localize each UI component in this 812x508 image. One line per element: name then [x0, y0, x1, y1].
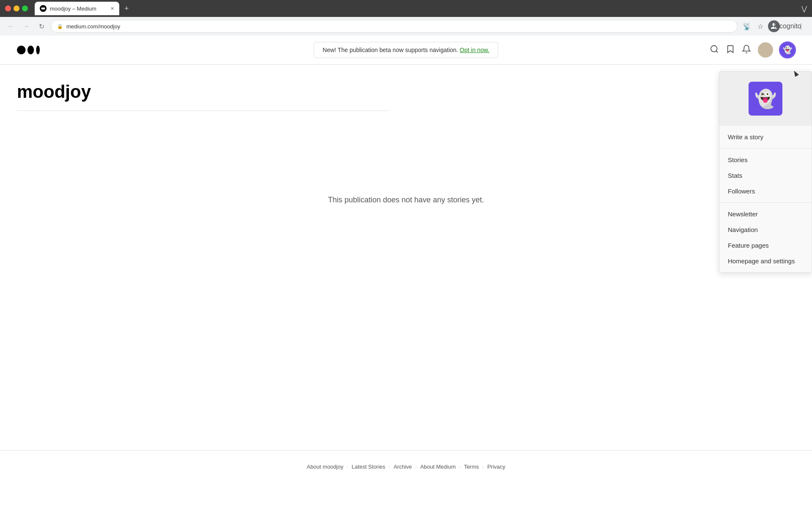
medium-header: New! The publication beta now supports n… [0, 36, 812, 65]
svg-point-4 [36, 46, 40, 55]
dropdown-write-section: Write a story [719, 126, 812, 149]
main-content: moodjoy [0, 65, 406, 111]
menu-icon[interactable]: ⋮ [795, 20, 807, 32]
tab-bar: moodjoy – Medium ✕ + [35, 2, 798, 15]
mouse-cursor [793, 70, 800, 79]
followers-item[interactable]: Followers [719, 183, 812, 199]
new-tab-button[interactable]: + [121, 4, 132, 13]
dropdown-section-1: Stories Stats Followers [719, 149, 812, 203]
browser-chrome: moodjoy – Medium ✕ + ⋁ [0, 0, 812, 17]
footer-sep-5: · [483, 464, 484, 470]
search-icon[interactable] [710, 44, 719, 56]
incognito-label-btn[interactable]: Incognito [782, 20, 793, 32]
close-button[interactable] [5, 6, 11, 11]
refresh-button[interactable]: ↻ [36, 20, 47, 32]
banner-text: New! The publication beta now supports n… [323, 47, 458, 53]
nav-actions: 📡 ☆ Incognito ⋮ [741, 20, 807, 32]
dropdown-pub-avatar[interactable]: 👻 [749, 82, 782, 116]
tab-extras-icon[interactable]: ⋁ [801, 5, 807, 13]
svg-point-2 [17, 46, 26, 55]
maximize-button[interactable] [22, 6, 28, 11]
stats-item[interactable]: Stats [719, 168, 812, 183]
empty-state: This publication does not have any stori… [0, 111, 812, 289]
footer-archive[interactable]: Archive [394, 464, 412, 470]
traffic-lights [5, 6, 28, 11]
page-footer: About moodjoy · Latest Stories · Archive… [0, 450, 812, 483]
svg-point-3 [27, 46, 34, 55]
lock-icon: 🔒 [57, 24, 63, 29]
homepage-settings-item[interactable]: Homepage and settings [719, 253, 812, 269]
svg-point-1 [43, 8, 45, 10]
medium-logo[interactable] [17, 44, 42, 56]
dropdown-section-2: Newsletter Navigation Feature pages Home… [719, 203, 812, 272]
footer-about-moodjoy[interactable]: About moodjoy [307, 464, 343, 470]
bookmark-icon[interactable]: ☆ [754, 20, 766, 32]
write-story-item[interactable]: Write a story [719, 129, 812, 145]
notification-banner: New! The publication beta now supports n… [314, 42, 498, 58]
footer-sep-1: · [347, 464, 348, 470]
dropdown-avatar-section: 👻 [719, 72, 812, 126]
stories-item[interactable]: Stories [719, 152, 812, 168]
user-avatar[interactable] [758, 42, 773, 58]
banner-opt-in-link[interactable]: Opt in now. [460, 47, 489, 53]
bell-icon[interactable] [742, 44, 751, 56]
navigation-item[interactable]: Navigation [719, 222, 812, 237]
forward-button[interactable]: → [20, 20, 32, 32]
nav-bar: ← → ↻ 🔒 medium.com/moodjoy 📡 ☆ Incognito… [0, 17, 812, 36]
footer-sep-4: · [459, 464, 461, 470]
dropdown-menu: 👻 Write a story Stories Stats Followers … [719, 71, 812, 273]
footer-terms[interactable]: Terms [464, 464, 479, 470]
back-button[interactable]: ← [5, 20, 17, 32]
empty-state-text: This publication does not have any stori… [328, 196, 484, 204]
svg-point-5 [711, 45, 717, 52]
active-tab[interactable]: moodjoy – Medium ✕ [35, 2, 119, 15]
minimize-button[interactable] [14, 6, 19, 11]
newsletter-item[interactable]: Newsletter [719, 206, 812, 222]
ghost-icon: 👻 [783, 45, 792, 55]
tab-favicon [40, 5, 47, 12]
svg-line-6 [716, 51, 718, 52]
tab-close-icon[interactable]: ✕ [110, 6, 114, 11]
footer-sep-3: · [415, 464, 417, 470]
footer-privacy[interactable]: Privacy [487, 464, 505, 470]
url-text: medium.com/moodjoy [66, 23, 120, 30]
footer-sep-2: · [389, 464, 390, 470]
bookmark-icon[interactable] [726, 44, 735, 56]
header-icons: 👻 [710, 42, 795, 58]
publication-title: moodjoy [17, 82, 389, 102]
feature-pages-item[interactable]: Feature pages [719, 237, 812, 253]
footer-about-medium[interactable]: About Medium [420, 464, 456, 470]
page: New! The publication beta now supports n… [0, 36, 812, 508]
cast-icon[interactable]: 📡 [741, 20, 753, 32]
tab-label: moodjoy – Medium [50, 6, 96, 12]
footer-latest-stories[interactable]: Latest Stories [352, 464, 386, 470]
dropdown-ghost-icon: 👻 [754, 88, 776, 109]
address-bar[interactable]: 🔒 medium.com/moodjoy [51, 20, 738, 33]
publication-avatar[interactable]: 👻 [780, 42, 795, 58]
